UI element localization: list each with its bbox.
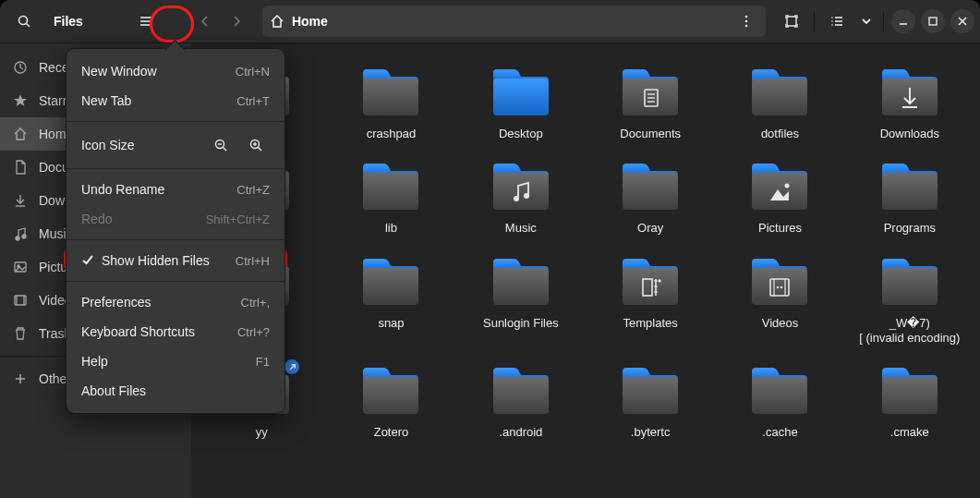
nav-forward-button[interactable] — [222, 6, 251, 36]
view-dropdown-button[interactable] — [857, 6, 876, 36]
file-name-label: crashpad — [367, 127, 416, 141]
file-name-label: Pictures — [758, 221, 802, 236]
folder-icon — [617, 253, 684, 310]
file-item[interactable]: lib — [326, 154, 455, 245]
menu-item-label: About Files — [81, 383, 270, 398]
menu-item-about-files[interactable]: About Files — [67, 376, 284, 406]
svg-rect-75 — [882, 377, 938, 414]
menu-item-preferences[interactable]: PreferencesCtrl+, — [67, 287, 284, 317]
folder-icon — [746, 362, 813, 419]
svg-rect-44 — [363, 173, 418, 210]
hamburger-menu-button[interactable] — [131, 6, 161, 36]
svg-point-66 — [777, 285, 779, 287]
menu-separator — [67, 281, 284, 282]
menu-item-undo-rename[interactable]: Undo RenameCtrl+Z — [67, 175, 284, 204]
menu-item-label: Preferences — [81, 295, 234, 310]
menu-item-accelerator: F1 — [256, 355, 270, 369]
file-item[interactable]: .bytertc — [586, 358, 715, 449]
menu-item-label: New Window — [81, 64, 228, 79]
menu-item-new-window[interactable]: New WindowCtrl+N — [67, 56, 284, 86]
file-name-label: Documents — [620, 127, 681, 141]
svg-point-23 — [22, 235, 26, 238]
menu-item-new-tab[interactable]: New TabCtrl+T — [67, 86, 284, 115]
window-maximize-button[interactable] — [921, 9, 945, 33]
file-item[interactable]: _W�7)[ (invalid encoding) — [845, 249, 974, 356]
menu-item-label: Undo Rename — [81, 182, 229, 197]
file-item[interactable]: .cmake — [845, 358, 974, 449]
file-name-label: yy — [256, 425, 268, 440]
svg-point-7 — [745, 25, 748, 28]
svg-point-46 — [514, 196, 519, 201]
file-item[interactable]: Sunlogin Files — [456, 249, 586, 356]
headerbar: Files Home — [0, 0, 980, 43]
svg-point-22 — [16, 237, 19, 240]
svg-rect-8 — [787, 17, 796, 26]
file-item[interactable]: Zotero — [326, 358, 455, 449]
menu-item-accelerator: Ctrl+Z — [236, 183, 270, 197]
headerbar-left: Files — [6, 6, 251, 36]
menu-item-help[interactable]: HelpF1 — [67, 346, 284, 376]
window-minimize-button[interactable] — [891, 9, 915, 33]
svg-point-0 — [19, 17, 28, 25]
file-item[interactable]: Desktop — [456, 60, 586, 151]
folder-icon — [357, 253, 424, 310]
menu-separator — [67, 121, 284, 122]
zoom-out-icon — [213, 138, 228, 152]
file-item[interactable]: .cache — [715, 358, 844, 449]
svg-rect-39 — [752, 79, 807, 115]
file-item[interactable]: Documents — [586, 60, 715, 151]
file-name-label: Videos — [762, 316, 799, 331]
file-name-label: .cache — [762, 425, 797, 440]
pathbar-menu-button[interactable] — [734, 9, 758, 33]
file-item[interactable]: snap — [326, 249, 455, 356]
nav-back-button[interactable] — [190, 6, 220, 36]
file-item[interactable]: Templates — [586, 249, 715, 356]
svg-rect-74 — [752, 377, 807, 414]
focus-mode-button[interactable] — [777, 6, 806, 36]
chevron-left-icon — [198, 14, 212, 29]
file-name-label: lib — [385, 221, 397, 236]
nav-arrows — [190, 6, 251, 36]
file-item[interactable]: Pictures — [715, 154, 844, 245]
search-button[interactable] — [9, 6, 39, 36]
file-item[interactable]: Music — [456, 154, 586, 245]
file-grid: (hidden)crashpadDesktopDocumentsdotfiles… — [197, 60, 974, 449]
folder-icon — [488, 253, 554, 310]
folder-icon — [488, 158, 554, 215]
content-area[interactable]: (hidden)crashpadDesktopDocumentsdotfiles… — [191, 43, 980, 498]
window-close-button[interactable] — [950, 9, 974, 33]
maximize-icon — [927, 16, 938, 27]
trash-icon — [13, 326, 28, 341]
file-item[interactable]: Programs — [845, 154, 974, 245]
music-icon — [13, 226, 28, 241]
folder-icon — [357, 362, 424, 419]
home-icon — [270, 14, 284, 29]
menu-item-keyboard-shortcuts[interactable]: Keyboard ShortcutsCtrl+? — [67, 317, 284, 346]
path-crumb-home[interactable]: Home — [270, 14, 328, 29]
menu-item-accelerator: Ctrl+H — [236, 254, 270, 268]
video-icon — [13, 293, 28, 308]
search-icon — [17, 14, 31, 29]
file-name-label: Desktop — [499, 127, 543, 141]
home-icon — [13, 127, 28, 141]
path-crumb-label: Home — [292, 14, 328, 29]
file-item[interactable]: Downloads — [845, 60, 974, 151]
path-bar[interactable]: Home — [262, 6, 766, 37]
view-list-button[interactable] — [822, 6, 852, 36]
file-item[interactable]: Oray — [586, 154, 715, 245]
file-item[interactable]: Videos — [715, 249, 844, 356]
menu-item-show-hidden-files[interactable]: Show Hidden FilesCtrl+H — [67, 246, 284, 275]
svg-rect-71 — [363, 377, 418, 414]
file-name-label: _W�7)[ (invalid encoding) — [859, 316, 960, 346]
file-item[interactable]: dotfiles — [715, 60, 844, 151]
file-item[interactable]: .android — [456, 358, 586, 449]
menu-item-accelerator: Ctrl+T — [236, 94, 270, 108]
svg-rect-56 — [623, 268, 678, 305]
zoom-out-button[interactable] — [207, 131, 235, 159]
file-item[interactable]: crashpad — [326, 60, 455, 151]
zoom-in-button[interactable] — [242, 131, 270, 159]
svg-point-67 — [780, 285, 782, 287]
chevron-down-icon — [859, 14, 874, 29]
svg-line-1 — [27, 24, 30, 28]
svg-rect-72 — [493, 377, 549, 414]
